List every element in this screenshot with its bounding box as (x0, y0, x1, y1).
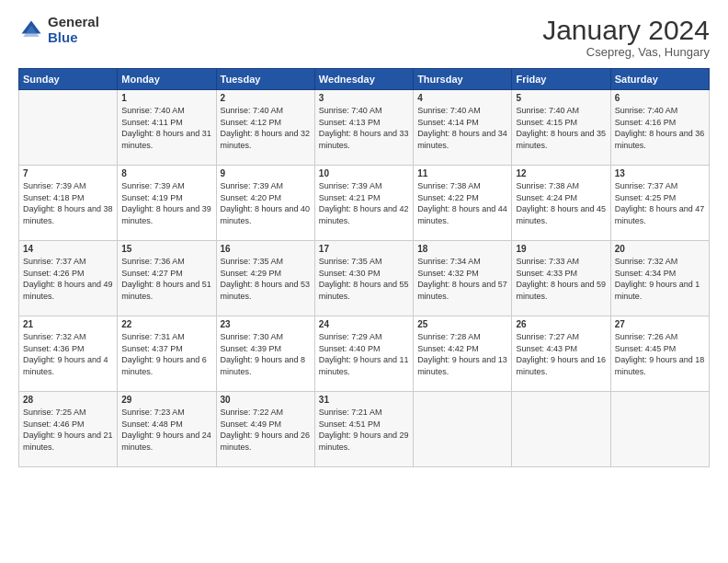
day-number: 10 (319, 168, 409, 178)
day-number: 18 (417, 244, 507, 254)
cell-content: Sunrise: 7:35 AMSunset: 4:30 PMDaylight:… (319, 256, 409, 302)
cell-content: Sunrise: 7:32 AMSunset: 4:36 PMDaylight:… (23, 331, 113, 377)
calendar-cell: 17 Sunrise: 7:35 AMSunset: 4:30 PMDaylig… (314, 241, 413, 316)
day-number: 13 (615, 168, 705, 178)
calendar-cell: 8 Sunrise: 7:39 AMSunset: 4:19 PMDayligh… (118, 166, 216, 241)
cell-content: Sunrise: 7:37 AMSunset: 4:26 PMDaylight:… (23, 256, 113, 302)
calendar-cell: 9 Sunrise: 7:39 AMSunset: 4:20 PMDayligh… (216, 166, 314, 241)
cell-content: Sunrise: 7:40 AMSunset: 4:12 PMDaylight:… (221, 105, 311, 151)
calendar-cell (610, 392, 709, 467)
day-number: 31 (319, 395, 409, 405)
header-saturday: Saturday (610, 69, 709, 90)
calendar-cell: 13 Sunrise: 7:37 AMSunset: 4:25 PMDaylig… (610, 166, 709, 241)
cell-content: Sunrise: 7:38 AMSunset: 4:22 PMDaylight:… (417, 180, 507, 226)
header-sunday: Sunday (19, 69, 118, 90)
calendar-table: Sunday Monday Tuesday Wednesday Thursday… (18, 68, 710, 467)
cell-content: Sunrise: 7:25 AMSunset: 4:46 PMDaylight:… (23, 407, 113, 453)
calendar-cell (19, 90, 118, 166)
cell-content: Sunrise: 7:30 AMSunset: 4:39 PMDaylight:… (221, 331, 311, 377)
cell-content: Sunrise: 7:22 AMSunset: 4:49 PMDaylight:… (221, 407, 311, 453)
header: General Blue January 2024 Csepreg, Vas, … (18, 15, 710, 59)
calendar-cell: 14 Sunrise: 7:37 AMSunset: 4:26 PMDaylig… (19, 241, 118, 316)
day-number: 11 (417, 168, 507, 178)
day-number: 28 (23, 395, 113, 405)
calendar-cell: 11 Sunrise: 7:38 AMSunset: 4:22 PMDaylig… (414, 166, 512, 241)
calendar-cell: 19 Sunrise: 7:33 AMSunset: 4:33 PMDaylig… (512, 241, 610, 316)
day-number: 3 (319, 93, 409, 103)
cell-content: Sunrise: 7:27 AMSunset: 4:43 PMDaylight:… (516, 331, 606, 377)
calendar-cell: 6 Sunrise: 7:40 AMSunset: 4:16 PMDayligh… (610, 90, 709, 166)
calendar-cell: 29 Sunrise: 7:23 AMSunset: 4:48 PMDaylig… (118, 392, 216, 467)
header-thursday: Thursday (414, 69, 512, 90)
cell-content: Sunrise: 7:28 AMSunset: 4:42 PMDaylight:… (417, 331, 507, 377)
day-number: 6 (615, 93, 705, 103)
cell-content: Sunrise: 7:40 AMSunset: 4:11 PMDaylight:… (121, 105, 211, 151)
cell-content: Sunrise: 7:21 AMSunset: 4:51 PMDaylight:… (319, 407, 409, 453)
day-number: 14 (23, 244, 113, 254)
day-number: 15 (121, 244, 211, 254)
day-number: 16 (221, 244, 311, 254)
day-number: 21 (23, 319, 113, 329)
calendar-cell: 1 Sunrise: 7:40 AMSunset: 4:11 PMDayligh… (118, 90, 216, 166)
calendar-cell: 15 Sunrise: 7:36 AMSunset: 4:27 PMDaylig… (118, 241, 216, 316)
calendar-week-3: 14 Sunrise: 7:37 AMSunset: 4:26 PMDaylig… (19, 241, 710, 316)
day-number: 25 (417, 319, 507, 329)
header-monday: Monday (118, 69, 216, 90)
cell-content: Sunrise: 7:40 AMSunset: 4:14 PMDaylight:… (417, 105, 507, 151)
header-row: Sunday Monday Tuesday Wednesday Thursday… (19, 69, 710, 90)
calendar-week-4: 21 Sunrise: 7:32 AMSunset: 4:36 PMDaylig… (19, 316, 710, 392)
calendar-cell: 4 Sunrise: 7:40 AMSunset: 4:14 PMDayligh… (414, 90, 512, 166)
day-number: 26 (516, 319, 606, 329)
day-number: 4 (417, 93, 507, 103)
cell-content: Sunrise: 7:40 AMSunset: 4:16 PMDaylight:… (615, 105, 705, 151)
day-number: 29 (121, 395, 211, 405)
calendar-cell: 16 Sunrise: 7:35 AMSunset: 4:29 PMDaylig… (216, 241, 314, 316)
logo-text: General Blue (48, 15, 99, 45)
header-wednesday: Wednesday (314, 69, 413, 90)
calendar-cell (512, 392, 610, 467)
cell-content: Sunrise: 7:32 AMSunset: 4:34 PMDaylight:… (615, 256, 705, 302)
day-number: 17 (319, 244, 409, 254)
calendar-header: Sunday Monday Tuesday Wednesday Thursday… (19, 69, 710, 90)
day-number: 5 (516, 93, 606, 103)
day-number: 30 (221, 395, 311, 405)
day-number: 19 (516, 244, 606, 254)
day-number: 20 (615, 244, 705, 254)
calendar-cell: 22 Sunrise: 7:31 AMSunset: 4:37 PMDaylig… (118, 316, 216, 392)
logo-general: General (48, 15, 99, 30)
calendar-cell: 21 Sunrise: 7:32 AMSunset: 4:36 PMDaylig… (19, 316, 118, 392)
day-number: 23 (221, 319, 311, 329)
cell-content: Sunrise: 7:40 AMSunset: 4:13 PMDaylight:… (319, 105, 409, 151)
calendar-cell: 5 Sunrise: 7:40 AMSunset: 4:15 PMDayligh… (512, 90, 610, 166)
cell-content: Sunrise: 7:36 AMSunset: 4:27 PMDaylight:… (121, 256, 211, 302)
cell-content: Sunrise: 7:33 AMSunset: 4:33 PMDaylight:… (516, 256, 606, 302)
calendar-week-2: 7 Sunrise: 7:39 AMSunset: 4:18 PMDayligh… (19, 166, 710, 241)
cell-content: Sunrise: 7:39 AMSunset: 4:21 PMDaylight:… (319, 180, 409, 226)
day-number: 7 (23, 168, 113, 178)
calendar-cell: 27 Sunrise: 7:26 AMSunset: 4:45 PMDaylig… (610, 316, 709, 392)
cell-content: Sunrise: 7:23 AMSunset: 4:48 PMDaylight:… (121, 407, 211, 453)
title-block: January 2024 Csepreg, Vas, Hungary (542, 15, 710, 59)
calendar-cell: 25 Sunrise: 7:28 AMSunset: 4:42 PMDaylig… (414, 316, 512, 392)
calendar-cell: 2 Sunrise: 7:40 AMSunset: 4:12 PMDayligh… (216, 90, 314, 166)
cell-content: Sunrise: 7:31 AMSunset: 4:37 PMDaylight:… (121, 331, 211, 377)
calendar-cell: 30 Sunrise: 7:22 AMSunset: 4:49 PMDaylig… (216, 392, 314, 467)
calendar-week-1: 1 Sunrise: 7:40 AMSunset: 4:11 PMDayligh… (19, 90, 710, 166)
calendar-cell: 10 Sunrise: 7:39 AMSunset: 4:21 PMDaylig… (314, 166, 413, 241)
cell-content: Sunrise: 7:37 AMSunset: 4:25 PMDaylight:… (615, 180, 705, 226)
day-number: 22 (121, 319, 211, 329)
logo: General Blue (18, 15, 99, 45)
day-number: 27 (615, 319, 705, 329)
day-number: 1 (121, 93, 211, 103)
logo-blue: Blue (48, 30, 99, 46)
calendar-cell: 24 Sunrise: 7:29 AMSunset: 4:40 PMDaylig… (314, 316, 413, 392)
month-year: January 2024 (542, 15, 710, 45)
day-number: 12 (516, 168, 606, 178)
calendar-week-5: 28 Sunrise: 7:25 AMSunset: 4:46 PMDaylig… (19, 392, 710, 467)
cell-content: Sunrise: 7:35 AMSunset: 4:29 PMDaylight:… (221, 256, 311, 302)
calendar-body: 1 Sunrise: 7:40 AMSunset: 4:11 PMDayligh… (19, 90, 710, 467)
calendar-cell: 20 Sunrise: 7:32 AMSunset: 4:34 PMDaylig… (610, 241, 709, 316)
calendar-cell (414, 392, 512, 467)
location: Csepreg, Vas, Hungary (542, 45, 710, 59)
cell-content: Sunrise: 7:39 AMSunset: 4:19 PMDaylight:… (121, 180, 211, 226)
